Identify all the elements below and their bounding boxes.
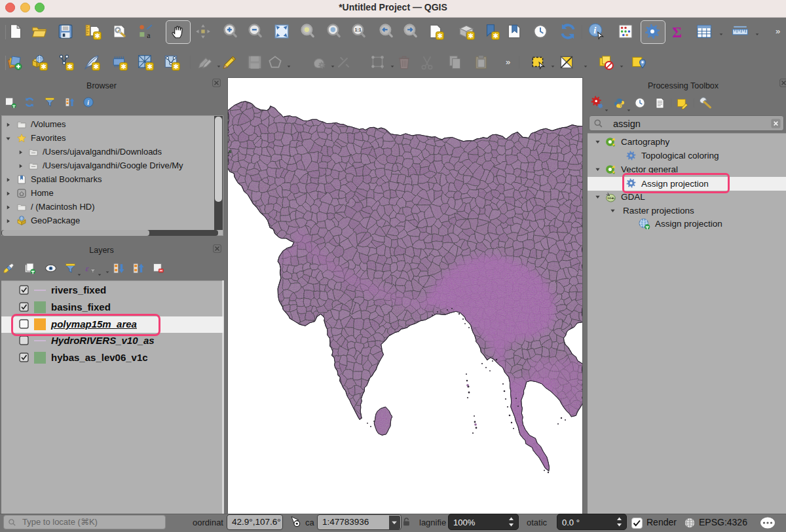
svg-text:1:1: 1:1 — [355, 28, 362, 32]
svg-text:GDAL: GDAL — [607, 197, 615, 200]
svg-text:a: a — [147, 31, 151, 40]
svg-text:i: i — [593, 25, 596, 35]
svg-text:i: i — [87, 99, 89, 106]
svg-text:Σ: Σ — [672, 24, 682, 40]
svg-text:ε: ε — [85, 263, 89, 273]
